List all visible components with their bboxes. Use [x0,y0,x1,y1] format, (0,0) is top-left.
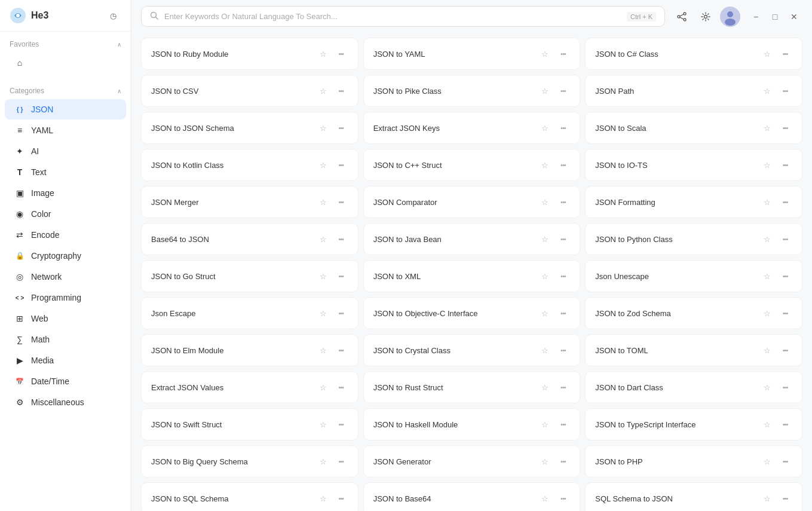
star-button[interactable]: ☆ [538,417,552,432]
sidebar-item-miscellaneous[interactable]: ⚙ Miscellaneous [5,392,126,412]
settings-button[interactable] [696,7,715,26]
favorites-header[interactable]: Favorites ∧ [0,36,131,52]
star-button[interactable]: ☆ [760,454,774,469]
star-button[interactable]: ☆ [538,195,552,209]
tool-card[interactable]: JSON to Kotlin Class ☆ ••• [141,149,358,181]
star-button[interactable]: ☆ [760,158,774,172]
tool-card[interactable]: JSON to SQL Schema ☆ ••• [141,482,358,511]
more-button[interactable]: ••• [334,306,348,320]
tool-card[interactable]: Json Escape ☆ ••• [141,297,358,329]
more-button[interactable]: ••• [556,232,570,246]
sidebar-item-yaml[interactable]: ≡ YAML [5,120,126,140]
tool-card[interactable]: JSON to Scala ☆ ••• [585,112,802,144]
more-button[interactable]: ••• [556,454,570,469]
tool-card[interactable]: JSON to C# Class ☆ ••• [585,38,802,70]
more-button[interactable]: ••• [556,269,570,283]
tool-card[interactable]: JSON to Haskell Module ☆ ••• [363,408,581,440]
tool-card[interactable]: JSON Generator ☆ ••• [363,445,581,478]
more-button[interactable]: ••• [556,491,570,506]
tool-card[interactable]: JSON to PHP ☆ ••• [585,445,802,478]
maximize-button[interactable]: □ [767,8,783,25]
tool-card[interactable]: JSON Merger ☆ ••• [141,186,358,218]
star-button[interactable]: ☆ [760,269,774,283]
star-button[interactable]: ☆ [538,343,552,357]
star-button[interactable]: ☆ [538,158,552,172]
tool-card[interactable]: Json Unescape ☆ ••• [585,260,802,292]
tool-card[interactable]: JSON to TOML ☆ ••• [585,334,802,366]
sidebar-item-math[interactable]: ∑ Math [5,329,126,350]
more-button[interactable]: ••• [778,121,792,135]
star-button[interactable]: ☆ [316,232,330,246]
more-button[interactable]: ••• [556,121,570,135]
star-button[interactable]: ☆ [316,84,330,98]
search-input[interactable] [164,12,621,21]
tool-card[interactable]: JSON to XML ☆ ••• [363,260,581,292]
star-button[interactable]: ☆ [760,491,774,506]
tool-card[interactable]: JSON to Python Class ☆ ••• [585,223,802,255]
tool-card[interactable]: JSON to CSV ☆ ••• [141,75,358,107]
more-button[interactable]: ••• [334,47,348,61]
sidebar-item-web[interactable]: ⊞ Web [5,308,126,329]
sidebar-item-home[interactable]: ⌂ [5,53,126,73]
sidebar-item-programming[interactable]: < > Programming [5,287,126,308]
tool-card[interactable]: JSON to Elm Module ☆ ••• [141,334,358,366]
tool-card[interactable]: JSON to Big Query Schema ☆ ••• [141,445,358,478]
star-button[interactable]: ☆ [316,158,330,172]
star-button[interactable]: ☆ [538,306,552,320]
tool-card[interactable]: JSON Formatting ☆ ••• [585,186,802,218]
sidebar-item-cryptography[interactable]: 🔒 Cryptography [5,246,126,266]
more-button[interactable]: ••• [334,158,348,172]
star-button[interactable]: ☆ [316,417,330,432]
more-button[interactable]: ••• [556,343,570,357]
sidebar-item-media[interactable]: ▶ Media [5,350,126,371]
tool-card[interactable]: JSON to YAML ☆ ••• [363,38,581,70]
tool-card[interactable]: JSON Path ☆ ••• [585,75,802,107]
star-button[interactable]: ☆ [538,84,552,98]
sidebar-item-network[interactable]: ◎ Network [5,267,126,287]
star-button[interactable]: ☆ [538,232,552,246]
more-button[interactable]: ••• [556,84,570,98]
sidebar-item-color[interactable]: ◉ Color [5,204,126,224]
more-button[interactable]: ••• [556,306,570,320]
tool-card[interactable]: JSON to Zod Schema ☆ ••• [585,297,802,329]
categories-header[interactable]: Categories ∧ [0,83,131,99]
more-button[interactable]: ••• [556,158,570,172]
star-button[interactable]: ☆ [760,195,774,209]
tool-card[interactable]: JSON to Crystal Class ☆ ••• [363,334,581,366]
more-button[interactable]: ••• [334,380,348,394]
star-button[interactable]: ☆ [760,121,774,135]
tool-card[interactable]: Extract JSON Values ☆ ••• [141,371,358,403]
tool-card[interactable]: JSON to C++ Struct ☆ ••• [363,149,581,181]
tool-card[interactable]: JSON to Base64 ☆ ••• [363,482,581,511]
more-button[interactable]: ••• [778,269,792,283]
star-button[interactable]: ☆ [760,417,774,432]
tool-card[interactable]: JSON to Java Bean ☆ ••• [363,223,581,255]
star-button[interactable]: ☆ [538,491,552,506]
more-button[interactable]: ••• [778,454,792,469]
more-button[interactable]: ••• [778,417,792,432]
more-button[interactable]: ••• [778,195,792,209]
tool-card[interactable]: JSON to Objective-C Interface ☆ ••• [363,297,581,329]
more-button[interactable]: ••• [556,417,570,432]
tool-card[interactable]: JSON to Rust Struct ☆ ••• [363,371,581,403]
star-button[interactable]: ☆ [538,380,552,394]
star-button[interactable]: ☆ [760,232,774,246]
star-button[interactable]: ☆ [760,380,774,394]
tool-card[interactable]: JSON to Pike Class ☆ ••• [363,75,581,107]
more-button[interactable]: ••• [778,232,792,246]
more-button[interactable]: ••• [778,306,792,320]
more-button[interactable]: ••• [778,84,792,98]
more-button[interactable]: ••• [778,158,792,172]
star-button[interactable]: ☆ [316,195,330,209]
tool-card[interactable]: Extract JSON Keys ☆ ••• [363,112,581,144]
tool-card[interactable]: JSON to Go Struct ☆ ••• [141,260,358,292]
more-button[interactable]: ••• [334,417,348,432]
star-button[interactable]: ☆ [316,454,330,469]
more-button[interactable]: ••• [778,343,792,357]
more-button[interactable]: ••• [778,47,792,61]
more-button[interactable]: ••• [334,454,348,469]
more-button[interactable]: ••• [334,195,348,209]
more-button[interactable]: ••• [556,380,570,394]
more-button[interactable]: ••• [334,343,348,357]
more-button[interactable]: ••• [778,491,792,506]
